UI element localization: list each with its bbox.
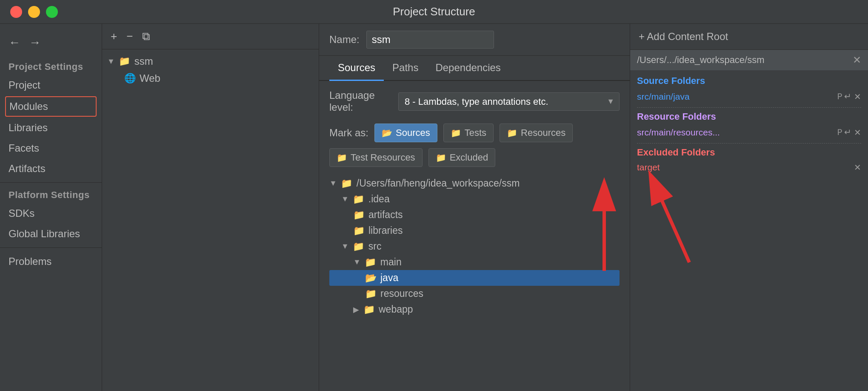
mark-resources-button[interactable]: 📁 Resources: [500, 124, 573, 142]
window-title: Project Structure: [393, 5, 475, 18]
tree-item-web[interactable]: 🌐 Web: [102, 70, 319, 87]
name-input[interactable]: [366, 31, 494, 49]
resource-folder-actions: Ｐ↵ ✕: [836, 126, 861, 138]
mark-sources-button[interactable]: 📂 Sources: [374, 124, 437, 142]
idea-folder-icon: 📁: [353, 195, 364, 204]
resource-folder-remove-button[interactable]: ✕: [854, 127, 861, 138]
webapp-folder-icon: 📁: [363, 305, 374, 314]
idea-arrow: ▼: [341, 195, 349, 204]
source-folder-remove-button[interactable]: ✕: [854, 92, 861, 102]
excluded-folder-path: target: [637, 162, 854, 172]
main-arrow: ▼: [353, 258, 361, 267]
folder-excluded-icon: 📁: [436, 152, 446, 163]
folder-icon-ssm: 📁: [119, 57, 130, 66]
file-tree-src[interactable]: ▼ 📁 src: [329, 239, 620, 254]
copy-module-button[interactable]: ⧉: [140, 28, 153, 45]
nav-forward-button[interactable]: →: [27, 34, 43, 51]
right-section: Name: Sources Paths Dependencies L: [319, 24, 868, 391]
folder-test-resources-icon: 📁: [337, 152, 347, 163]
source-folder-path: src/main/java: [637, 92, 836, 102]
add-content-root-button[interactable]: + Add Content Root: [630, 24, 868, 50]
sidebar-item-sdks[interactable]: SDKs: [0, 203, 102, 224]
roots-close-button[interactable]: ✕: [853, 54, 861, 66]
src-folder-icon: 📁: [353, 242, 364, 251]
tab-sources[interactable]: Sources: [329, 56, 384, 81]
sidebar-item-problems[interactable]: Problems: [0, 251, 102, 272]
close-button[interactable]: [10, 6, 22, 18]
nav-back-button[interactable]: ←: [7, 34, 22, 51]
project-settings-title: Project Settings: [0, 58, 102, 75]
file-tree: ▼ 📁 /Users/fan/heng/idea_workspace/ssm ▼…: [329, 175, 620, 317]
file-tree-webapp[interactable]: ▶ 📁 webapp: [329, 302, 620, 317]
mark-excluded-button[interactable]: 📁 Excluded: [428, 148, 496, 167]
source-folder-edit-button[interactable]: Ｐ↵: [836, 91, 851, 102]
mark-tests-button[interactable]: 📁 Tests: [443, 124, 494, 142]
detail-panel: Name: Sources Paths Dependencies L: [319, 24, 630, 391]
sidebar-divider: [0, 182, 102, 183]
mark-as-row: Mark as: 📂 Sources 📁 Tests 📁 Resources: [329, 124, 620, 167]
excluded-folder-actions: ✕: [854, 162, 861, 172]
sidebar-item-artifacts[interactable]: Artifacts: [0, 158, 102, 179]
folder-icon-web: 🌐: [124, 74, 135, 83]
mark-test-resources-button[interactable]: 📁 Test Resources: [329, 148, 423, 167]
name-row: Name:: [319, 24, 630, 56]
resource-folder-path: src/main/resources...: [637, 127, 836, 138]
source-divider: [637, 107, 861, 108]
language-level-select-wrapper: 8 - Lambdas, type annotations etc. ▼: [398, 92, 620, 111]
folder-tests-icon: 📁: [451, 128, 461, 138]
tab-paths[interactable]: Paths: [384, 56, 427, 81]
language-level-label: Language level:: [329, 89, 391, 113]
file-tree-main[interactable]: ▼ 📁 main: [329, 254, 620, 270]
language-level-select[interactable]: 8 - Lambdas, type annotations etc.: [398, 92, 620, 111]
webapp-arrow: ▶: [353, 305, 359, 314]
module-toolbar: + − ⧉: [102, 24, 319, 49]
java-folder-icon: 📂: [365, 273, 376, 283]
sidebar-item-libraries[interactable]: Libraries: [0, 118, 102, 138]
file-tree-idea[interactable]: ▼ 📁 .idea: [329, 191, 620, 207]
minimize-button[interactable]: [28, 6, 40, 18]
window-controls: [10, 6, 58, 18]
maximize-button[interactable]: [46, 6, 58, 18]
root-arrow: ▼: [329, 179, 337, 188]
excluded-folders-title: Excluded Folders: [637, 147, 861, 158]
module-tree: ▼ 📁 ssm 🌐 Web: [102, 49, 319, 391]
libraries-folder-icon: 📁: [353, 226, 364, 236]
sidebar-divider-2: [0, 247, 102, 248]
sidebar: ← → Project Settings Project Modules Lib…: [0, 24, 102, 391]
source-folder-actions: Ｐ↵ ✕: [836, 91, 861, 102]
roots-content: Source Folders src/main/java Ｐ↵ ✕ Resour…: [630, 70, 868, 391]
sidebar-item-modules[interactable]: Modules: [5, 96, 97, 117]
source-folder-item: src/main/java Ｐ↵ ✕: [637, 89, 861, 104]
platform-settings-title: Platform Settings: [0, 186, 102, 203]
roots-header: /Users/.../idea_workspace/ssm ✕: [630, 50, 868, 70]
file-tree-artifacts[interactable]: 📁 artifacts: [329, 207, 620, 223]
tree-arrow-ssm: ▼: [107, 57, 115, 66]
sidebar-item-project[interactable]: Project: [0, 75, 102, 95]
file-tree-libraries[interactable]: 📁 libraries: [329, 223, 620, 239]
excluded-folder-remove-button[interactable]: ✕: [854, 162, 861, 172]
file-tree-resources[interactable]: 📁 resources: [329, 286, 620, 302]
main-folder-icon: 📁: [365, 258, 376, 267]
roots-header-title: /Users/.../idea_workspace/ssm: [637, 55, 765, 66]
file-tree-root[interactable]: ▼ 📁 /Users/fan/heng/idea_workspace/ssm: [329, 175, 620, 191]
content-area: Language level: 8 - Lambdas, type annota…: [319, 81, 630, 391]
sidebar-nav: ← →: [0, 31, 102, 58]
name-label: Name:: [329, 34, 360, 46]
add-module-button[interactable]: +: [108, 28, 120, 45]
module-panel: + − ⧉ ▼ 📁 ssm 🌐 Web: [102, 24, 319, 391]
folder-resources-icon: 📁: [507, 128, 517, 138]
roots-panel: + Add Content Root /Users/.../idea_works…: [630, 24, 868, 391]
remove-module-button[interactable]: −: [124, 28, 135, 45]
artifacts-folder-icon: 📁: [353, 210, 364, 220]
tabs-row: Sources Paths Dependencies: [319, 56, 630, 81]
mark-as-label: Mark as:: [329, 127, 368, 139]
tab-dependencies[interactable]: Dependencies: [427, 56, 509, 81]
resource-folder-item: src/main/resources... Ｐ↵ ✕: [637, 125, 861, 140]
resource-divider: [637, 143, 861, 144]
tree-item-ssm[interactable]: ▼ 📁 ssm: [102, 53, 319, 70]
sidebar-item-facets[interactable]: Facets: [0, 138, 102, 158]
language-level-row: Language level: 8 - Lambdas, type annota…: [329, 89, 620, 113]
resource-folder-edit-button[interactable]: Ｐ↵: [836, 126, 851, 138]
file-tree-java[interactable]: 📂 java: [329, 270, 620, 286]
sidebar-item-global-libraries[interactable]: Global Libraries: [0, 224, 102, 244]
